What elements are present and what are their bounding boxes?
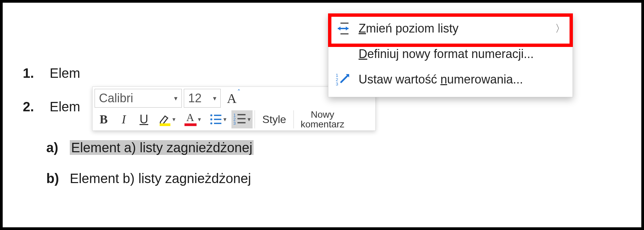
- chevron-down-icon: ▾: [248, 116, 251, 123]
- svg-rect-4: [214, 119, 221, 120]
- separator: [255, 110, 255, 128]
- styles-button[interactable]: Style: [257, 110, 291, 128]
- svg-rect-6: [214, 123, 221, 124]
- list-text: Elem: [50, 100, 80, 113]
- chevron-right-icon: 〉: [555, 22, 565, 36]
- chevron-down-icon: ▾: [213, 94, 216, 102]
- list-marker: 2.: [23, 100, 50, 113]
- font-color-icon: A: [184, 113, 197, 126]
- font-size-selector[interactable]: 12 ▾: [184, 89, 221, 108]
- chevron-down-icon: ▾: [172, 116, 175, 123]
- menu-label: Zmień poziom listy: [359, 21, 547, 36]
- nested-list-item-b[interactable]: b) Element b) listy zagnieżdżonej: [46, 172, 254, 185]
- set-numbering-value-icon: 1 2 3: [336, 72, 351, 87]
- nested-list-item-a[interactable]: a) Element a) listy zagnieżdżonej: [46, 140, 254, 155]
- chevron-down-icon: ▾: [223, 116, 226, 123]
- svg-point-1: [210, 114, 212, 116]
- svg-marker-17: [346, 26, 348, 31]
- font-color-button[interactable]: A ▾: [180, 110, 204, 128]
- list-marker: b): [46, 172, 70, 185]
- numbered-list-icon: 1 2 3: [233, 113, 247, 126]
- list-marker: 1.: [23, 66, 50, 80]
- list-item-1[interactable]: 1. Elem: [23, 66, 254, 80]
- chevron-down-icon: ▾: [198, 116, 201, 123]
- list-text: Elem: [50, 66, 80, 80]
- grow-font-icon: Aˆ: [227, 91, 237, 106]
- chevron-down-icon: ▾: [174, 94, 177, 102]
- list-marker: a): [46, 141, 70, 154]
- bold-icon: B: [100, 112, 108, 126]
- svg-marker-16: [338, 26, 340, 31]
- italic-icon: I: [122, 112, 126, 126]
- blank-icon: [336, 47, 351, 61]
- svg-text:3: 3: [233, 121, 236, 126]
- new-comment-line1: Nowy: [311, 110, 334, 119]
- highlight-color-button[interactable]: ▾: [155, 110, 178, 128]
- menu-label: Definiuj nowy format numeracji...: [359, 47, 565, 61]
- svg-rect-2: [214, 115, 221, 116]
- bullet-list-button[interactable]: ▾: [206, 110, 229, 128]
- svg-rect-8: [237, 114, 246, 115]
- numbering-context-menu: Zmień poziom listy 〉 Definiuj nowy forma…: [328, 13, 573, 97]
- bold-button[interactable]: B: [95, 110, 113, 128]
- bullets-icon: [209, 113, 223, 126]
- svg-point-3: [210, 118, 212, 120]
- grow-font-button[interactable]: Aˆ: [223, 89, 241, 107]
- menu-item-change-list-level[interactable]: Zmień poziom listy 〉: [328, 16, 573, 41]
- new-comment-line2: komentarz: [301, 119, 344, 129]
- styles-label: Style: [262, 113, 286, 126]
- svg-rect-0: [160, 123, 170, 126]
- list-text: Element b) listy zagnieżdżonej: [70, 172, 251, 185]
- underline-button[interactable]: U: [135, 110, 153, 128]
- svg-point-5: [210, 122, 212, 124]
- numbered-list-button[interactable]: 1 2 3 ▾: [231, 110, 253, 128]
- italic-button[interactable]: I: [115, 110, 133, 128]
- svg-rect-10: [237, 118, 246, 119]
- menu-label: Ustaw wartość numerowania...: [359, 72, 565, 87]
- svg-text:3: 3: [336, 81, 338, 87]
- change-list-level-icon: [336, 21, 351, 36]
- font-name-value: Calibri: [99, 91, 133, 105]
- separator: [293, 110, 294, 128]
- new-comment-button[interactable]: Nowy komentarz: [296, 110, 349, 128]
- highlight-icon: [158, 113, 172, 126]
- menu-item-set-numbering-value[interactable]: 1 2 3 Ustaw wartość numerowania...: [328, 67, 573, 92]
- list-text-selected: Element a) listy zagnieżdżonej: [70, 140, 254, 155]
- underline-icon: U: [140, 112, 148, 126]
- svg-rect-12: [237, 122, 246, 123]
- menu-item-define-new-number-format[interactable]: Definiuj nowy format numeracji...: [328, 41, 573, 67]
- font-size-value: 12: [188, 91, 202, 105]
- font-name-selector[interactable]: Calibri ▾: [95, 89, 182, 108]
